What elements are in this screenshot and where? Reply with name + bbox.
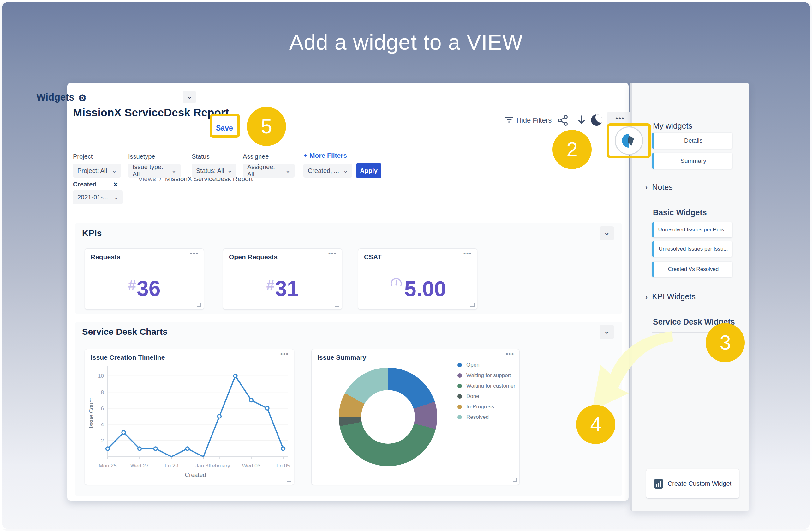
project-filter-value: Project: All [77, 167, 107, 174]
kpi-section-title: KPIs [82, 228, 102, 238]
svg-text:Created: Created [185, 472, 206, 478]
highlight-box-save [209, 114, 240, 138]
dark-mode-icon[interactable] [591, 114, 603, 126]
svg-text:Wed 03: Wed 03 [242, 463, 260, 469]
chevron-right-icon: › [645, 293, 648, 301]
svg-text:4: 4 [101, 422, 104, 428]
line-chart: 246810Mon 25Wed 27Fri 29Jan 31FebruaryWe… [87, 363, 292, 483]
my-widgets-label: My widgets [653, 121, 692, 130]
svg-text:Fri 05: Fri 05 [276, 463, 290, 469]
legend-label: Waiting for customer [466, 383, 515, 389]
remove-filter-icon[interactable]: ✕ [113, 181, 118, 188]
legend-item[interactable]: In-Progress [458, 404, 515, 410]
create-custom-widget-button[interactable]: Create Custom Widget [646, 469, 739, 499]
resize-handle[interactable] [335, 303, 339, 307]
legend-item[interactable]: Resolved [458, 414, 515, 420]
kpi-number: 5.00 [404, 277, 446, 301]
widget-item-unresolved-person[interactable]: Unresolved Issues per Pers... [652, 222, 732, 237]
legend-item[interactable]: Done [458, 393, 515, 400]
notes-section-toggle[interactable]: ›Notes [645, 183, 673, 192]
project-filter-dropdown[interactable]: Project: All ⌄ [73, 164, 121, 178]
bar-chart-icon [654, 479, 663, 489]
kpi-card-csat: CSAT ••• 5.00 [358, 249, 477, 310]
step-2-badge: 2 [552, 130, 592, 169]
status-filter-dropdown[interactable]: Status: All ⌄ [192, 164, 236, 178]
card-menu-icon[interactable]: ••• [280, 350, 289, 358]
notes-label: Notes [652, 183, 672, 192]
view-switcher-caret[interactable]: ⌄ [183, 91, 196, 103]
legend-dot-icon [458, 363, 462, 367]
legend-dot-icon [458, 415, 462, 419]
share-icon[interactable] [557, 114, 569, 126]
kpi-card-title: CSAT [364, 253, 382, 261]
gauge-icon [389, 276, 403, 288]
applied-date-dropdown[interactable]: 2021-01-... ⌄ [73, 190, 123, 204]
app-logo[interactable] [615, 126, 643, 155]
issuetype-filter-dropdown[interactable]: Issue type: All ⌄ [128, 164, 180, 178]
widget-item-details[interactable]: Details [652, 133, 732, 149]
more-filters-link[interactable]: + More Filters [304, 152, 347, 159]
resize-handle[interactable] [197, 303, 201, 307]
hash-icon: # [128, 277, 136, 293]
resize-handle[interactable] [287, 478, 291, 482]
kpi-number: 31 [275, 276, 299, 300]
create-custom-widget-label: Create Custom Widget [668, 480, 731, 487]
card-menu-icon[interactable]: ••• [506, 350, 514, 358]
chevron-down-icon: ⌄ [172, 168, 176, 174]
svg-text:10: 10 [98, 373, 104, 379]
donut-hole [361, 390, 415, 444]
chevron-down-icon: ⌄ [228, 168, 232, 174]
donut-chart-title: Issue Summary [317, 354, 366, 361]
svg-text:6: 6 [101, 406, 104, 411]
legend-item[interactable]: Waiting for support [458, 372, 515, 379]
hide-filters-button[interactable]: Hide Filters [517, 116, 552, 125]
widget-item-unresolved-issue[interactable]: Unresolved Issues per Issu... [652, 241, 732, 257]
kpi-value: #31 [223, 276, 342, 301]
chevron-down-icon: ⌄ [114, 194, 118, 201]
download-icon[interactable] [576, 114, 587, 126]
step-5-badge: 5 [247, 107, 286, 146]
resize-handle[interactable] [513, 478, 517, 482]
poster-title: Add a widget to a VIEW [2, 30, 810, 54]
svg-text:8: 8 [101, 389, 104, 395]
widget-item-summary[interactable]: Summary [652, 153, 732, 169]
svg-text:Fri 29: Fri 29 [164, 463, 178, 469]
filter-label-project: Project [73, 153, 92, 160]
legend-item[interactable]: Waiting for customer [458, 383, 515, 389]
legend-dot-icon [458, 373, 462, 378]
kpi-card-title: Open Requests [229, 253, 277, 261]
legend-label: Resolved [466, 414, 489, 420]
filter-icon[interactable] [505, 115, 514, 125]
legend-label: In-Progress [466, 404, 494, 410]
legend-label: Done [466, 393, 479, 400]
assignee-filter-dropdown[interactable]: Assignee: All ⌄ [243, 164, 294, 178]
card-menu-icon[interactable]: ••• [328, 250, 337, 257]
kpi-widgets-toggle[interactable]: ›KPI Widgets [645, 292, 696, 301]
pie-logo-icon [621, 132, 637, 149]
page-title: MissionX ServiceDesk Report [73, 106, 229, 119]
card-menu-icon[interactable]: ••• [190, 250, 199, 257]
chevron-down-icon: ⌄ [344, 168, 348, 174]
kpi-widgets-label: KPI Widgets [652, 292, 696, 301]
card-menu-icon[interactable]: ••• [463, 250, 472, 257]
legend-item[interactable]: Open [458, 362, 515, 368]
sidebar-divider [652, 311, 733, 311]
line-chart-card: Issue Creation Timeline ••• 246810Mon 25… [85, 349, 294, 485]
assignee-filter-value: Assignee: All [247, 164, 282, 178]
step-4-badge: 4 [576, 405, 615, 444]
chevron-right-icon: › [645, 184, 648, 192]
filter-label-status: Status [192, 153, 209, 160]
kpi-number: 36 [137, 276, 161, 300]
resize-handle[interactable] [470, 303, 475, 307]
kpi-value: #36 [85, 276, 204, 301]
filter-label-issuetype: Issuetype [128, 153, 155, 160]
gear-icon[interactable]: ⚙ [78, 93, 87, 103]
svg-text:February: February [209, 463, 231, 469]
created-filter-dropdown[interactable]: Created, ... ⌄ [303, 164, 352, 178]
widget-item-created-vs-resolved[interactable]: Created Vs Resolved [652, 262, 732, 277]
status-filter-value: Status: All [196, 167, 224, 174]
svg-text:2: 2 [101, 438, 104, 444]
kpi-collapse-button[interactable]: ⌄ [599, 226, 614, 240]
chevron-down-icon: ⌄ [112, 168, 116, 174]
apply-button[interactable]: Apply [356, 163, 381, 178]
